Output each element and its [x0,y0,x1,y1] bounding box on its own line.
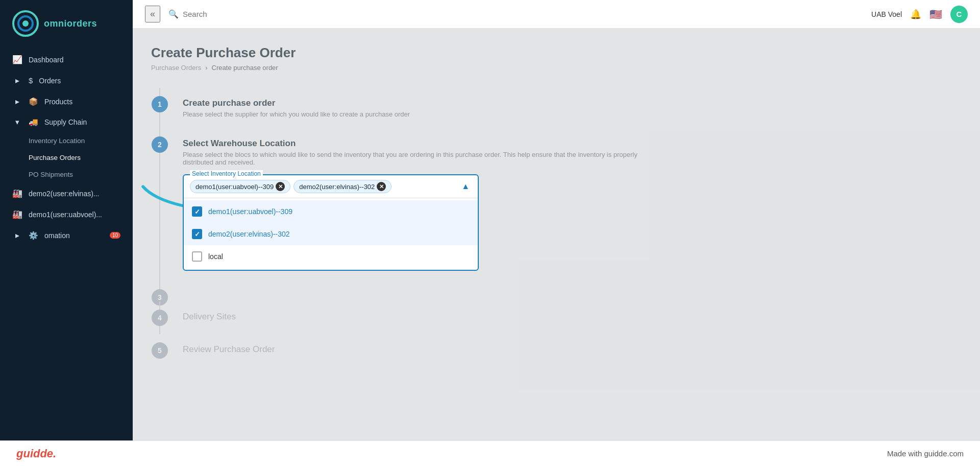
checkbox-demo1[interactable]: ✓ [192,206,202,217]
step-4-content: Delivery Sites [173,312,962,324]
logo-text: omniorders [44,18,97,29]
step-1-desc: Please select the supplier for which you… [183,110,642,118]
user-name: UAB Voel [871,10,902,18]
sidebar-item-label: Supply Chain [44,118,87,126]
sidebar-item-inventory-location[interactable]: Inventory Location [0,132,133,149]
sidebar-item-demo1[interactable]: 🏭 demo1(user:uabvoel)... [0,204,133,225]
step-1-number: 1 [152,96,168,112]
products-icon: 📦 [29,97,38,106]
step-2-content: Select Warehouse Location Please select … [173,138,962,271]
chevron-down-icon: ▾ [12,118,22,127]
svg-point-2 [22,20,29,27]
chevron-right-icon: ▸ [12,97,22,106]
breadcrumb-link[interactable]: Purchase Orders [151,64,201,72]
option-local-label: local [208,252,223,261]
main-area: « 🔍 UAB Voel 🔔 🇺🇸 C Create Purchase Orde… [133,0,980,440]
page-content: Create Purchase Order Purchase Orders › … [133,29,980,440]
breadcrumb-separator: › [205,64,207,72]
footer: guidde. Made with guidde.com [0,440,980,466]
checkbox-local[interactable] [192,251,202,262]
search-input[interactable] [183,10,336,18]
step-2-title: Select Warehouse Location [183,138,962,149]
step-4-title: Delivery Sites [183,312,962,322]
step-5-number: 5 [152,342,168,359]
dropdown-option-local[interactable]: local [184,245,478,268]
step-4-number: 4 [152,310,168,326]
step-5: 5 Review Purchase Order [159,334,962,357]
supply-chain-icon: 🚚 [29,118,38,127]
page-title: Create Purchase Order [151,45,962,61]
checkmark-icon: ✓ [194,208,200,216]
step-1-content: Create purchase order Please select the … [173,98,962,118]
sidebar-item-orders[interactable]: ▸ $ Orders [0,70,133,91]
dropdown-option-demo1[interactable]: ✓ demo1(user:uabvoel)--309 [184,200,478,223]
dropdown-options: ✓ demo1(user:uabvoel)--309 ✓ demo2(u [184,198,478,270]
option-demo2-label: demo2(user:elvinas)--302 [208,230,290,238]
step-1-title: Create purchase order [183,98,962,108]
sidebar: omniorders 📈 Dashboard ▸ $ Orders ▸ 📦 Pr… [0,0,133,440]
automation-badge: 10 [110,232,120,239]
orders-icon: ▸ [12,76,22,85]
dashboard-icon: 📈 [12,55,22,64]
sidebar-nav: 📈 Dashboard ▸ $ Orders ▸ 📦 Products ▾ 🚚 … [0,45,133,440]
footer-brand: guidde. [16,447,56,460]
sidebar-item-demo2[interactable]: 🏭 demo2(user:elvinas)... [0,183,133,204]
breadcrumb-current: Create purchase order [212,64,278,72]
dropdown-selected-area[interactable]: demo1(user:uabvoel)--309 ✕ demo2(user:el… [184,175,478,198]
tag-demo2-remove[interactable]: ✕ [377,182,386,191]
sidebar-item-products[interactable]: ▸ 📦 Products [0,91,133,112]
sidebar-item-label: demo1(user:uabvoel)... [29,211,102,219]
logo-icon [12,10,39,37]
dropdown-option-demo2[interactable]: ✓ demo2(user:elvinas)--302 [184,223,478,245]
step-2-number: 2 [152,136,168,153]
sidebar-item-label: Orders [39,77,61,85]
avatar[interactable]: C [950,6,968,23]
sidebar-item-label: omation [44,231,70,240]
step-5-title: Review Purchase Order [183,344,962,355]
sidebar-item-supply-chain[interactable]: ▾ 🚚 Supply Chain [0,112,133,132]
search-container: 🔍 [168,9,863,19]
sidebar-item-automation[interactable]: ▸ ⚙️ omation 10 [0,225,133,246]
tag-demo1-remove[interactable]: ✕ [276,182,285,191]
breadcrumb: Purchase Orders › Create purchase order [151,64,962,72]
collapse-button[interactable]: « [145,6,160,22]
step-2: 2 Select Warehouse Location Please selec… [159,128,962,281]
warehouse2-icon: 🏭 [12,209,22,219]
step-4: 4 Delivery Sites [159,301,962,334]
orders-dollar-icon: $ [29,76,33,85]
sidebar-item-dashboard[interactable]: 📈 Dashboard [0,49,133,70]
warehouse-icon: 🏭 [12,189,22,198]
dropdown-arrow-icon[interactable]: ▲ [459,180,472,193]
footer-made-with: Made with guidde.com [887,449,964,458]
flag-icon: 🇺🇸 [929,8,942,20]
inventory-location-dropdown[interactable]: Select Inventory Location demo1(user:uab… [183,174,479,271]
tag-demo2-label: demo2(user:elvinas)--302 [299,183,375,191]
sidebar-item-po-shipments[interactable]: PO Shipments [0,166,133,183]
sidebar-item-purchase-orders[interactable]: Purchase Orders [0,149,133,166]
tag-demo2: demo2(user:elvinas)--302 ✕ [293,180,391,193]
step-2-desc: Please select the blocs to which would l… [183,151,642,166]
steps-list: 1 Create purchase order Please select th… [151,88,962,357]
option-demo1-label: demo1(user:uabvoel)--309 [208,207,292,216]
search-icon: 🔍 [168,9,179,19]
notification-icon[interactable]: 🔔 [910,9,921,20]
tag-demo1-label: demo1(user:uabvoel)--309 [195,183,274,191]
checkmark2-icon: ✓ [194,230,200,238]
step-3: 3 [159,281,962,301]
checkbox-demo2[interactable]: ✓ [192,229,202,239]
step-5-content: Review Purchase Order [173,344,962,357]
automation-icon: ⚙️ [29,231,38,240]
chevron-right-icon2: ▸ [12,230,22,240]
tag-demo1: demo1(user:uabvoel)--309 ✕ [190,180,290,193]
topbar-right: UAB Voel 🔔 🇺🇸 C [871,6,968,23]
step-1: 1 Create purchase order Please select th… [159,88,962,128]
topbar: « 🔍 UAB Voel 🔔 🇺🇸 C [133,0,980,29]
dropdown-label: Select Inventory Location [190,170,263,177]
sidebar-item-label: Dashboard [29,56,64,64]
sidebar-item-label: demo2(user:elvinas)... [29,190,100,198]
sidebar-item-label: Products [44,98,72,106]
sidebar-logo: omniorders [0,0,133,45]
